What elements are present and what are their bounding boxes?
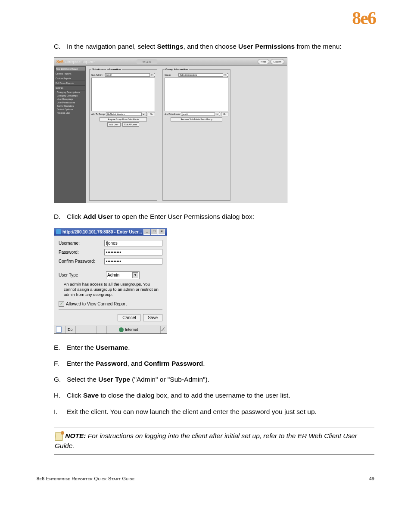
status-internet: Internet [125,327,138,332]
text: Enter the [67,344,96,351]
user-type-description: An admin has access to all the usergroup… [64,282,162,298]
header-rule [37,26,374,26]
step-h: H. Click Save to close the dialog box, a… [54,390,374,400]
password-input[interactable] [104,249,162,255]
text: In the navigation panel, select [67,43,157,50]
chevron-down-icon: ▼ [215,112,219,116]
text: Enter the [67,360,96,367]
sub-admin-select[interactable]: jsmith ▼ [105,73,155,77]
legend: Group Information [165,68,189,71]
select-value: Admin [107,273,119,277]
step-letter: H. [54,390,67,400]
username-input[interactable] [104,240,162,246]
sidebar-item[interactable]: Custom Reports [55,76,85,81]
page-icon [56,327,62,333]
text: Exit the client. You can now launch the … [67,407,374,417]
brand-logo: 8e6 [351,8,377,28]
sidebar-sub[interactable]: User Groupings [55,97,85,101]
page-number: 49 [369,476,374,481]
step-e: E. Enter the Username. [54,342,374,352]
confirm-password-label: Confirm Password: [59,259,104,264]
add-user-button[interactable]: Add User [107,122,121,127]
sub-admin-fieldset: Sub-Admin Information Sub-Admin: jsmith … [89,68,157,201]
go-button[interactable]: Go [148,112,155,116]
dialog-titlebar: http://200.10.101.76:8080 - Enter User..… [54,228,167,236]
step-c: C. In the navigation panel, select Setti… [54,41,374,51]
add-to-group-label: Add To Group: [91,113,105,115]
bold: Username [96,344,128,351]
sidebar-sub[interactable]: Category Groupings [55,94,85,97]
chevron-down-icon: ▼ [141,112,146,116]
bold: User Type [98,376,130,383]
text: . [203,360,205,367]
sidebar-item[interactable]: Canned Reports [55,72,85,76]
text: Select the [67,376,98,383]
bold: User Permissions [238,43,295,50]
group-select[interactable]: 8e6Administrators ▼ [178,73,228,77]
sidebar-sub[interactable]: Category Descriptions [55,90,85,94]
sidebar-header[interactable]: New Drill Down Report [55,67,85,71]
text: , and then choose [184,43,239,50]
text: Click [67,213,83,220]
footer-title: 8e6 Enterprise Reporter Quick Start Guid… [37,476,135,481]
add-to-group-select[interactable]: 8e6Administrators ▼ [106,112,147,116]
group-fieldset: Group Information Group: 8e6Administrato… [162,68,230,201]
acquire-group-button[interactable]: Acquire Group From Sub-Admin [100,117,147,121]
allowed-canned-checkbox[interactable]: ✓ [59,301,64,307]
bold: Password [96,360,127,367]
ie-icon [56,229,61,234]
confirm-password-input[interactable] [104,258,162,264]
resize-grip-icon[interactable] [161,327,167,332]
edit-all-users-button[interactable]: Edit All Users [122,122,140,127]
cancel-button[interactable]: Cancel [118,314,140,321]
status-bar: Do Internet [54,326,167,333]
center-tab-icon: ⟨⟨⟨ ◯ ⟩⟩⟩ [136,59,158,64]
divider [59,309,162,310]
sidebar-sub[interactable]: Process List [55,111,85,115]
logout-button[interactable]: Logout [271,59,284,64]
remove-sub-admin-button[interactable]: Remove Sub-Admin From Group [171,117,222,121]
page-footer: 8e6 Enterprise Reporter Quick Start Guid… [37,476,374,481]
save-button[interactable]: Save [143,314,162,321]
close-icon[interactable]: × [158,229,165,235]
note-label: NOTE: [65,432,86,439]
internet-icon [119,327,124,332]
select-value: 8e6Administrators [180,74,197,76]
minimize-icon[interactable]: _ [143,229,150,235]
username-label: Username: [59,241,104,246]
step-letter: E. [54,342,67,352]
sidebar: New Drill Down Report Canned Reports Cus… [54,66,86,203]
note-icon [55,432,63,441]
bold: Settings [157,43,183,50]
sub-admin-label: Sub-Admin: [91,74,104,76]
group-listbox[interactable] [165,78,228,111]
sub-admin-listbox[interactable] [91,78,155,111]
group-label: Group: [165,74,177,76]
sidebar-sub[interactable]: Server Statistics [55,104,85,108]
step-letter: C. [54,41,67,51]
app-brand: 8e6 [56,59,64,64]
step-letter: I. [54,407,67,417]
user-type-select[interactable]: Admin ▼ [106,271,140,279]
add-sub-admin-select[interactable]: jsmith ▼ [181,112,220,116]
add-sub-admin-label: Add Sub-Admin: [165,113,180,115]
chevron-down-icon: ▼ [132,272,138,278]
help-button[interactable]: Help [258,59,269,64]
dialog-title: http://200.10.101.76:8080 - Enter User..… [62,230,142,234]
allowed-canned-label: Allowed to View Canned Report [66,302,127,306]
text: to close the dialog box, and to add the … [99,392,290,399]
password-label: Password: [59,250,104,255]
app-titlebar: 8e6 Enterprise Reporter ⟨⟨⟨ ◯ ⟩⟩⟩ Help L… [54,58,287,66]
step-i: I. Exit the client. You can now launch t… [54,407,374,417]
screenshot-enter-user-dialog: http://200.10.101.76:8080 - Enter User..… [54,228,167,334]
bold: Add User [83,213,113,220]
sidebar-item[interactable]: Drill Down Reports [55,81,85,86]
select-value: jsmith [182,113,188,115]
go-button[interactable]: Go [221,112,228,116]
sidebar-item-settings[interactable]: Settings [55,86,85,90]
sidebar-sub-user-permissions[interactable]: User Permissions [55,101,85,104]
sidebar-sub[interactable]: Default Options [55,108,85,111]
maximize-icon[interactable]: □ [151,229,158,235]
text: . [128,344,130,351]
text: Click [67,392,83,399]
